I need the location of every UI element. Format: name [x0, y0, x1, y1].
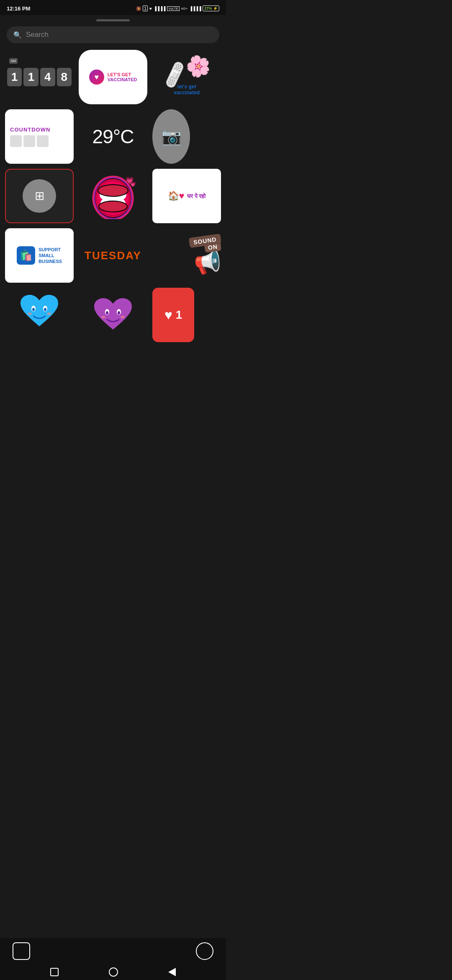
sticker-mouth[interactable]: 💗 💗 — [79, 169, 147, 223]
sticker-grid: AM 1 1 4 8 ♥ LET'S GET VACCINATED 🩹🌸 let… — [0, 50, 226, 342]
clock-m2: 8 — [57, 68, 72, 86]
bottom-sheet-handle — [0, 15, 226, 24]
svg-point-4 — [98, 185, 128, 196]
4g-icon: 4G+ — [181, 7, 187, 10]
vaccinated-text: LET'S GET VACCINATED — [108, 72, 137, 82]
sticker-camera[interactable]: 📷 — [152, 109, 190, 164]
temperature-value: 29°C — [92, 125, 134, 148]
calendar-icon: 1 — [143, 5, 148, 11]
svg-point-19 — [121, 316, 125, 318]
svg-point-16 — [106, 311, 108, 315]
sticker-countdown[interactable]: COUNTDOWN — [5, 109, 74, 164]
sticker-sound-on[interactable]: SOUND ON 📢 — [152, 228, 221, 283]
sticker-tuesday[interactable]: TUESDAY — [79, 228, 147, 283]
countdown-box-1 — [10, 135, 22, 147]
status-bar: 12:16 PM 🔕 1 ♥ ▐▐▐▐ VoLTE 4G+ ▐▐▐▐ 27% ⚡ — [0, 0, 226, 15]
health-icon: ♥ — [149, 6, 152, 11]
camera-icon: 📷 — [162, 127, 181, 146]
countdown-box-3 — [37, 135, 49, 147]
countdown-title: COUNTDOWN — [10, 126, 50, 133]
notification-mute-icon: 🔕 — [136, 6, 141, 11]
ghar-text: घर पे रहो — [187, 193, 206, 200]
svg-point-13 — [47, 312, 51, 315]
sticker-heart-purple[interactable] — [79, 288, 147, 342]
sticker-clock[interactable]: AM 1 1 4 8 — [5, 50, 74, 104]
purple-heart-icon — [92, 296, 134, 334]
sticker-vaccinated[interactable]: ♥ LET'S GET VACCINATED — [79, 50, 147, 104]
tuesday-text: TUESDAY — [85, 249, 141, 262]
battery-indicator: 27% ⚡ — [203, 5, 219, 11]
volte-icon: VoLTE — [167, 6, 179, 11]
clock-am: AM — [9, 58, 18, 64]
clock-h2: 1 — [23, 68, 39, 86]
svg-point-12 — [28, 312, 32, 315]
support-text: SUPPORT SMALL BUSINESS — [39, 247, 62, 265]
search-input[interactable]: Search — [26, 31, 49, 39]
ghar-icon: 🏠♥ — [168, 191, 185, 201]
search-icon: 🔍 — [13, 31, 22, 39]
svg-point-10 — [32, 308, 35, 311]
vaccinated-heart-icon: ♥ — [89, 70, 104, 85]
svg-point-18 — [101, 316, 105, 318]
add-icon: ⊞ — [35, 190, 44, 202]
sticker-heart-blue[interactable] — [5, 288, 74, 342]
status-icons: 🔕 1 ♥ ▐▐▐▐ VoLTE 4G+ ▐▐▐▐ 27% ⚡ — [136, 5, 219, 11]
like-heart-icon: ♥ — [164, 307, 172, 323]
svg-point-17 — [118, 311, 120, 315]
search-bar[interactable]: 🔍 Search — [7, 26, 219, 43]
sticker-temperature[interactable]: 29°C — [79, 109, 147, 164]
svg-point-5 — [99, 201, 127, 212]
like-count: 1 — [176, 308, 182, 322]
countdown-boxes — [10, 135, 49, 147]
ghar-heart-icon: ♥ — [179, 191, 185, 201]
status-time: 12:16 PM — [7, 5, 30, 12]
sticker-ghar[interactable]: 🏠♥ घर पे रहो — [152, 169, 221, 223]
signal-bars-icon: ▐▐▐▐ — [154, 6, 165, 11]
signal-bars2-icon: ▐▐▐▐ — [189, 6, 201, 11]
sticker-add[interactable]: ⊞ — [5, 169, 74, 223]
sticker-bandage[interactable]: 🩹🌸 let's get vaccinated — [152, 50, 221, 104]
sticker-support-small-business[interactable]: 🛍️ SUPPORT SMALL BUSINESS — [5, 228, 74, 283]
speaker-icon: 📢 — [193, 248, 221, 276]
countdown-box-2 — [23, 135, 35, 147]
drag-handle — [96, 19, 130, 21]
sound-badge: SOUND ON 📢 — [189, 236, 221, 275]
svg-point-11 — [44, 308, 46, 311]
clock-h1: 1 — [7, 68, 22, 86]
sticker-like[interactable]: ♥ 1 — [152, 288, 194, 342]
shopping-bag-icon: 🛍️ — [17, 246, 35, 265]
add-button[interactable]: ⊞ — [23, 179, 56, 213]
blue-heart-icon — [18, 293, 60, 330]
clock-m1: 4 — [40, 68, 55, 86]
